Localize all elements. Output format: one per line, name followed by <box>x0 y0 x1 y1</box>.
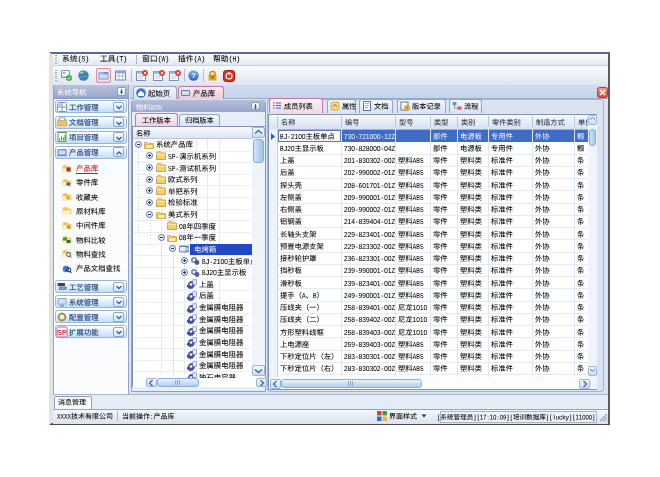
svg-text:SP: SP <box>57 328 67 335</box>
svg-text:?: ? <box>191 71 196 80</box>
